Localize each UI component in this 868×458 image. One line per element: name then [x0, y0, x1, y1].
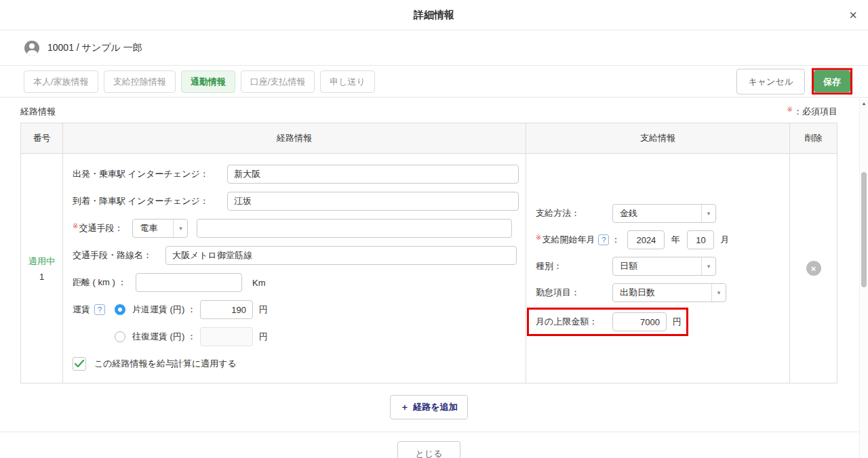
- column-header-delete: 削除: [790, 123, 837, 153]
- scrollbar-track[interactable]: ▲: [859, 99, 868, 458]
- month-unit: 月: [720, 234, 729, 246]
- route-table: 番号 経路情報 支給情報 削除 適用中 1 出発・乗車駅 インターチェンジ： 到…: [20, 123, 837, 383]
- table-header-row: 番号 経路情報 支給情報 削除: [21, 123, 837, 154]
- transport-extra-input[interactable]: [197, 219, 512, 238]
- transport-select[interactable]: 電車 ▾: [132, 219, 188, 238]
- line-name-label: 交通手段・路線名：: [73, 249, 165, 262]
- column-header-route: 経路情報: [63, 123, 526, 153]
- distance-label: 距離 ( km ) ：: [73, 276, 136, 289]
- oneway-fare-input[interactable]: [200, 300, 253, 319]
- roundtrip-yen-unit: 円: [259, 331, 268, 343]
- start-month-help-icon[interactable]: ?: [598, 234, 609, 245]
- save-button-highlight-box: 保存: [812, 68, 852, 95]
- required-note: ※：必須項目: [787, 106, 837, 118]
- type-value: 日額: [613, 257, 701, 275]
- section-title: 経路情報: [20, 106, 56, 118]
- line-name-input[interactable]: [165, 246, 517, 265]
- start-month-colon: ：: [611, 234, 620, 246]
- chevron-down-icon: ▾: [701, 205, 715, 222]
- tab-commute[interactable]: 通勤情報: [181, 70, 235, 93]
- year-unit: 年: [671, 234, 679, 246]
- tab-payment-deduction[interactable]: 支給控除情報: [104, 70, 176, 93]
- departure-input[interactable]: [227, 165, 519, 184]
- attendance-item-label: 勤怠項目：: [536, 287, 612, 299]
- roundtrip-fare-label: 往復運賃 (円) ：: [132, 331, 196, 343]
- payment-method-label: 支給方法：: [536, 207, 612, 220]
- chevron-down-icon: ▾: [701, 257, 715, 275]
- close-modal-button[interactable]: とじる: [397, 441, 461, 458]
- type-label: 種別：: [536, 260, 612, 272]
- column-header-number: 番号: [21, 123, 63, 153]
- monthly-limit-highlight-box: 月の上限金額： 円: [527, 308, 688, 336]
- scrollbar-thumb[interactable]: [861, 172, 867, 287]
- arrival-label: 到着・降車駅 インターチェンジ：: [73, 195, 227, 207]
- arrival-input[interactable]: [227, 192, 519, 211]
- number-cell: 適用中 1: [21, 154, 63, 383]
- distance-input[interactable]: [136, 273, 242, 292]
- transport-required-mark: ※: [73, 222, 78, 230]
- apply-payroll-checkbox[interactable]: [73, 357, 86, 371]
- payment-method-value: 金銭: [613, 205, 701, 222]
- fare-label: 運賃: [73, 304, 90, 316]
- commute-panel: 経路情報 ※：必須項目 番号 経路情報 支給情報 削除 適用中 1 出発・乗車駅…: [0, 106, 868, 458]
- attendance-item-value: 出勤日数: [613, 284, 711, 301]
- status-badge: 適用中: [28, 255, 55, 268]
- limit-yen-unit: 円: [673, 316, 682, 328]
- tab-account[interactable]: 口座/支払情報: [241, 70, 315, 93]
- oneway-fare-radio[interactable]: [115, 304, 125, 315]
- apply-payroll-label: この経路情報を給与計算に適用する: [94, 358, 237, 370]
- start-month-required-mark: ※: [536, 234, 541, 241]
- plus-icon: ＋: [400, 401, 409, 413]
- save-button[interactable]: 保存: [814, 70, 850, 93]
- start-month-input[interactable]: [687, 230, 714, 249]
- attendance-item-select[interactable]: 出勤日数 ▾: [612, 283, 726, 302]
- monthly-limit-label: 月の上限金額：: [536, 316, 612, 328]
- check-icon: [75, 360, 84, 368]
- departure-label: 出発・乗車駅 インターチェンジ：: [73, 168, 227, 180]
- close-icon[interactable]: ×: [849, 8, 857, 22]
- tab-personal-family[interactable]: 本人/家族情報: [24, 70, 98, 93]
- route-number: 1: [39, 272, 44, 282]
- required-mark: ※: [787, 106, 793, 113]
- column-header-payment: 支給情報: [526, 123, 790, 153]
- user-row: 10001 / サンプル 一郎: [0, 30, 868, 66]
- start-month-label: 支給開始年月: [542, 234, 595, 246]
- user-avatar-icon: [24, 41, 39, 56]
- start-year-input[interactable]: [627, 230, 665, 249]
- route-info-cell: 出発・乗車駅 インターチェンジ： 到着・降車駅 インターチェンジ： ※ 交通手段…: [63, 154, 526, 383]
- chevron-down-icon: ▾: [711, 284, 726, 301]
- oneway-yen-unit: 円: [259, 304, 268, 316]
- cancel-button[interactable]: キャンセル: [736, 68, 805, 94]
- add-route-button[interactable]: ＋ 経路を追加: [390, 395, 467, 419]
- page-title: 詳細情報: [414, 9, 454, 22]
- transport-value: 電車: [133, 220, 173, 237]
- scrollbar-up-icon[interactable]: ▲: [860, 101, 868, 106]
- chevron-down-icon: ▾: [173, 220, 187, 237]
- roundtrip-fare-radio[interactable]: [115, 331, 125, 342]
- delete-route-icon[interactable]: ×: [806, 261, 821, 276]
- employee-id-name: 10001 / サンプル 一郎: [47, 42, 142, 54]
- monthly-limit-input[interactable]: [612, 312, 667, 331]
- fare-help-icon[interactable]: ?: [94, 304, 105, 315]
- distance-unit: Km: [252, 278, 266, 288]
- table-row: 適用中 1 出発・乗車駅 インターチェンジ： 到着・降車駅 インターチェンジ： …: [21, 154, 837, 383]
- payment-method-select[interactable]: 金銭 ▾: [612, 204, 716, 223]
- type-select[interactable]: 日額 ▾: [612, 257, 716, 276]
- roundtrip-fare-input[interactable]: [200, 327, 253, 346]
- payment-info-cell: 支給方法： 金銭 ▾ ※ 支給開始年月 ? ： 年 月: [526, 154, 790, 383]
- modal-header: 詳細情報 ×: [0, 0, 868, 30]
- tab-notes[interactable]: 申し送り: [320, 70, 375, 93]
- oneway-fare-label: 片道運賃 (円) ：: [132, 304, 196, 316]
- footer-divider: [0, 432, 868, 432]
- delete-cell: ×: [790, 154, 837, 383]
- transport-label: 交通手段：: [79, 222, 123, 234]
- toolbar: 本人/家族情報 支給控除情報 通勤情報 口座/支払情報 申し送り キャンセル 保…: [0, 66, 868, 98]
